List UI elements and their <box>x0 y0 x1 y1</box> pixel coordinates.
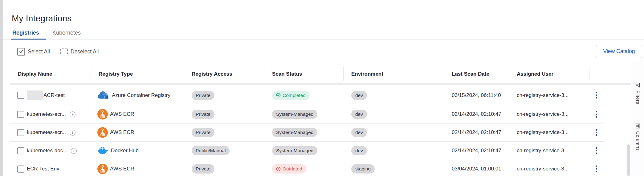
cell-actions <box>589 91 604 100</box>
cell-assigned-user: cn-registry-service-3... <box>509 129 589 136</box>
table-row: ECR Test Env AWS ECR Private Outdated st… <box>10 160 604 176</box>
scan-status-text: System-Managed <box>276 148 313 153</box>
column-header-spacer <box>604 65 631 83</box>
scan-status-badge: System-Managed <box>272 128 317 137</box>
cell-display-name: ECR Test Env <box>10 166 91 173</box>
cell-actions <box>589 128 604 137</box>
azure-container-registry-icon <box>97 91 110 100</box>
row-checkbox[interactable] <box>17 147 24 154</box>
column-header-scan-status[interactable]: Scan Status <box>264 65 343 83</box>
docker-hub-icon <box>97 146 109 155</box>
cell-scan-status: Outdated <box>264 164 343 174</box>
environment-badge: staging <box>351 164 375 174</box>
table-body: ACR-test Azure Container Registry Privat… <box>10 86 604 176</box>
cell-registry-type: AWS ECR <box>91 164 184 174</box>
table-row: kubernetes-ecr... i AWS ECR Private Syst… <box>10 105 604 124</box>
filters-label: Filters <box>635 90 641 104</box>
cell-environment: dev <box>343 146 444 155</box>
display-name-text: ECR Test Env <box>27 166 59 172</box>
columns-label: Columns <box>635 131 641 151</box>
kebab-menu-button[interactable] <box>594 146 598 155</box>
cell-registry-access: Public/Manual <box>184 146 264 155</box>
cell-environment: staging <box>343 164 444 174</box>
table-row: kubernetes-ecr... i AWS ECR Private Syst… <box>10 124 604 142</box>
row-checkbox[interactable] <box>17 129 24 136</box>
dashed-square-icon <box>60 48 68 55</box>
cell-last-scan-date: 03/04/2024, 01:00:01 <box>444 166 509 172</box>
columns-panel-toggle[interactable]: Columns <box>631 124 644 151</box>
columns-grid-icon <box>635 124 640 128</box>
info-icon[interactable]: i <box>70 130 75 136</box>
cell-assigned-user: cn-registry-service-3... <box>509 148 589 154</box>
vertical-scrollbar-thumb[interactable] <box>627 145 630 176</box>
cell-actions <box>589 110 604 119</box>
tab-registries[interactable]: Registries <box>12 30 39 36</box>
row-checkbox[interactable] <box>17 92 24 99</box>
cell-environment: dev <box>343 128 444 137</box>
environment-badge: dev <box>351 91 367 100</box>
column-header-last-scan-date[interactable]: Last Scan Date <box>444 65 509 83</box>
table-row: kubernetes-doc... i Docker Hub Public/Ma… <box>10 142 604 160</box>
cell-last-scan-date: 02/14/2024, 02:10:47 <box>444 111 509 117</box>
registry-access-badge: Public/Manual <box>192 146 230 155</box>
kebab-menu-button[interactable] <box>594 128 598 137</box>
aws-ecr-icon <box>97 127 108 138</box>
registry-type-text: Docker Hub <box>111 148 139 154</box>
cell-environment: dev <box>343 110 444 119</box>
kebab-menu-button[interactable] <box>594 164 598 174</box>
row-checkbox[interactable] <box>17 111 24 118</box>
column-header-registry-type[interactable]: Registry Type <box>91 65 184 83</box>
horizontal-scrollbar-track[interactable] <box>10 83 631 85</box>
cell-registry-type: AWS ECR <box>91 127 184 138</box>
column-header-actions <box>589 65 604 83</box>
cell-environment: dev <box>343 91 444 100</box>
registry-access-badge: Private <box>192 110 214 119</box>
cell-scan-status: Completed <box>264 91 343 100</box>
kebab-menu-button[interactable] <box>594 91 598 100</box>
display-name-text: ACR-test <box>43 92 65 98</box>
table-row: ACR-test Azure Container Registry Privat… <box>10 86 604 105</box>
registry-access-badge: Private <box>192 164 214 174</box>
display-name-text: kubernetes-doc... <box>27 148 67 154</box>
column-header-display-name[interactable]: Display Name <box>10 65 91 83</box>
filter-funnel-icon <box>635 83 640 88</box>
column-header-assigned-user[interactable]: Assigned User <box>509 65 589 83</box>
table-header-row: Display NameRegistry TypeRegistry Access… <box>10 65 631 83</box>
scan-status-text: System-Managed <box>276 111 313 117</box>
kebab-menu-button[interactable] <box>594 110 598 119</box>
scan-status-text: Outdated <box>283 166 302 172</box>
scan-status-text: System-Managed <box>276 130 313 135</box>
select-all-button[interactable]: Select All <box>17 48 50 56</box>
cell-registry-type: Azure Container Registry <box>91 91 184 100</box>
tab-kubernetes[interactable]: Kubernetes <box>52 30 81 36</box>
redacted-text-block <box>27 90 43 100</box>
cell-registry-access: Private <box>184 110 264 119</box>
cell-scan-status: System-Managed <box>264 110 343 119</box>
aws-ecr-icon <box>97 164 108 174</box>
registry-type-text: AWS ECR <box>110 111 134 117</box>
filters-panel-toggle[interactable]: Filters <box>631 83 644 104</box>
column-header-registry-access[interactable]: Registry Access <box>184 65 264 83</box>
right-side-rail: Filters Columns <box>631 62 644 176</box>
select-all-label: Select All <box>28 48 50 55</box>
environment-badge: dev <box>351 146 367 155</box>
cell-actions <box>589 146 604 155</box>
cell-last-scan-date: 02/14/2024, 02:10:47 <box>444 129 509 136</box>
info-icon[interactable]: i <box>71 148 77 154</box>
registry-access-badge: Private <box>192 128 214 137</box>
scan-status-icon <box>276 167 281 171</box>
info-icon[interactable]: i <box>70 111 75 117</box>
checkbox-checked-icon <box>17 48 25 56</box>
cell-assigned-user: cn-registry-service-3... <box>509 111 589 117</box>
view-catalog-button[interactable]: View Catalog <box>596 45 642 58</box>
cell-assigned-user: cn-registry-service-3... <box>509 92 589 98</box>
window-left-edge <box>0 0 3 176</box>
cell-registry-access: Private <box>184 91 264 100</box>
scan-status-badge: Completed <box>272 91 310 100</box>
display-name-text: kubernetes-ecr... <box>27 129 66 136</box>
deselect-all-button[interactable]: Deselect All <box>60 48 99 55</box>
cell-assigned-user: cn-registry-service-3... <box>509 166 589 172</box>
row-checkbox[interactable] <box>17 166 24 173</box>
column-header-environment[interactable]: Environment <box>343 65 444 83</box>
cell-actions <box>589 164 604 174</box>
